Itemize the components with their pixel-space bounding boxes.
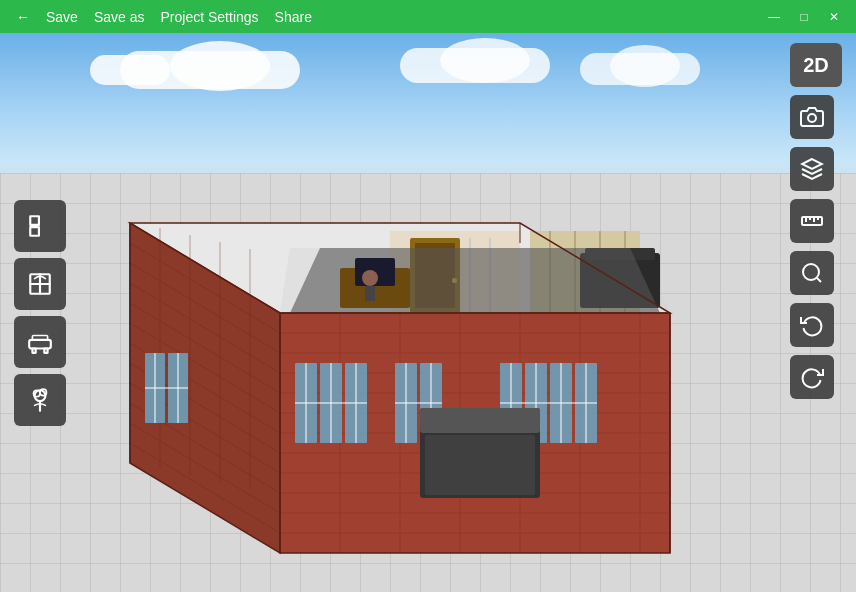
cloud [440, 38, 530, 83]
svg-point-102 [808, 114, 816, 122]
building-3d[interactable] [100, 83, 740, 583]
svg-marker-103 [802, 159, 822, 169]
2d-label: 2D [803, 54, 829, 77]
cloud [90, 55, 170, 85]
save-button[interactable]: Save [38, 5, 86, 29]
svg-rect-89 [30, 216, 39, 225]
minimize-button[interactable]: — [760, 3, 788, 31]
svg-rect-79 [365, 286, 375, 301]
svg-rect-81 [420, 408, 540, 433]
svg-rect-95 [32, 348, 35, 352]
svg-line-110 [817, 278, 821, 282]
windows-button[interactable] [14, 258, 66, 310]
undo-button[interactable] [790, 303, 834, 347]
left-toolbar [14, 200, 66, 426]
titlebar: ← Save Save as Project Settings Share — … [0, 0, 856, 33]
toggle-2d-button[interactable]: 2D [790, 43, 842, 87]
saveas-button[interactable]: Save as [86, 5, 153, 29]
ruler-button[interactable] [790, 199, 834, 243]
svg-point-78 [362, 270, 378, 286]
cloud [610, 45, 680, 87]
viewport: 2D [0, 33, 856, 592]
furniture-button[interactable] [14, 316, 66, 368]
walls-button[interactable] [14, 200, 66, 252]
svg-rect-94 [29, 339, 51, 348]
layers-button[interactable] [790, 147, 834, 191]
right-toolbar: 2D [790, 43, 842, 399]
share-button[interactable]: Share [267, 5, 320, 29]
svg-rect-82 [425, 435, 535, 495]
svg-point-109 [803, 264, 819, 280]
camera-button[interactable] [790, 95, 834, 139]
close-button[interactable]: ✕ [820, 3, 848, 31]
zoom-button[interactable] [790, 251, 834, 295]
svg-rect-90 [30, 227, 39, 236]
plants-button[interactable] [14, 374, 66, 426]
svg-rect-96 [44, 348, 47, 352]
svg-rect-97 [32, 335, 47, 339]
redo-button[interactable] [790, 355, 834, 399]
project-settings-button[interactable]: Project Settings [153, 5, 267, 29]
back-button[interactable]: ← [8, 5, 38, 29]
maximize-button[interactable]: □ [790, 3, 818, 31]
